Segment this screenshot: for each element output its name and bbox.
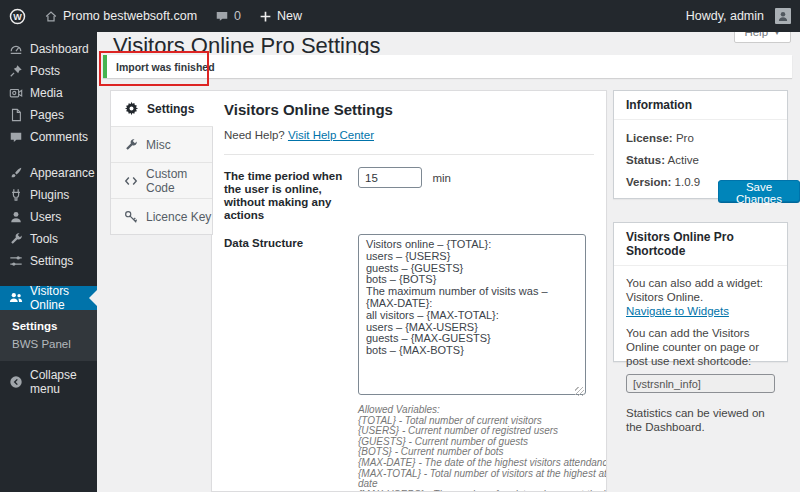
tab-misc[interactable]: Misc	[111, 127, 212, 163]
license-row: License: Pro	[626, 132, 775, 144]
wordpress-logo-icon: W	[9, 8, 26, 25]
resize-grip[interactable]	[575, 387, 584, 396]
tab-label: Custom Code	[146, 167, 212, 195]
shortcode-box-title: Visitors Online Pro Shortcode	[614, 223, 787, 266]
sidebar-item-tools[interactable]: Tools	[0, 228, 97, 250]
license-value: Pro	[676, 132, 694, 144]
data-structure-textarea[interactable]: Visitors online – {TOTAL}: users – {USER…	[358, 234, 586, 395]
tab-label: Licence Key	[146, 210, 211, 224]
license-label: License:	[626, 132, 673, 144]
user-icon	[9, 210, 23, 224]
settings-heading: Visitors Online Settings	[224, 101, 594, 118]
need-help-text: Need Help?	[224, 129, 285, 141]
sidebar-item-plugins[interactable]: Plugins	[0, 184, 97, 206]
collapse-icon	[9, 375, 23, 389]
site-name: Promo bestwebsoft.com	[63, 9, 197, 23]
new-label: New	[277, 9, 302, 23]
time-period-label: The time period when the user is online,…	[224, 167, 355, 222]
groups-icon	[9, 291, 23, 305]
visitors-online-submenu: Settings BWS Panel	[0, 310, 97, 361]
sidebar-item-label: Appearance	[30, 166, 95, 180]
submenu-item-bws-panel[interactable]: BWS Panel	[0, 335, 97, 353]
tab-custom-code[interactable]: Custom Code	[111, 163, 212, 199]
time-period-unit: min	[432, 172, 451, 184]
data-structure-row: Data Structure Visitors online – {TOTAL}…	[224, 234, 594, 492]
sidebar-item-label: Media	[30, 86, 63, 100]
information-box-title: Information	[614, 91, 787, 120]
plus-icon	[259, 10, 272, 23]
data-structure-label: Data Structure	[224, 234, 355, 492]
sidebar-item-label: Dashboard	[30, 42, 89, 56]
shortcode-box: Visitors Online Pro Shortcode You can al…	[613, 222, 788, 362]
menu-separator	[0, 148, 97, 162]
sidebar-item-label: Plugins	[30, 188, 69, 202]
svg-text:W: W	[13, 11, 22, 21]
sidebar-item-settings[interactable]: Settings	[0, 250, 97, 272]
status-label: Status:	[626, 154, 665, 166]
data-structure-field: Visitors online – {TOTAL}: users – {USER…	[358, 234, 607, 492]
submenu-item-settings[interactable]: Settings	[0, 317, 97, 335]
page-icon	[9, 108, 23, 122]
tab-settings[interactable]: Settings	[111, 91, 213, 127]
admin-sidebar: Dashboard Posts Media Pages Comments App…	[0, 32, 97, 492]
widget-text-span: You can also add a widget: Visitors Onli…	[626, 277, 763, 303]
settings-tabs: Settings Misc Custom Code Licence Key	[110, 90, 213, 235]
new-content-link[interactable]: New	[250, 0, 311, 32]
shortcode-input[interactable]	[626, 374, 775, 393]
status-value: Active	[668, 154, 699, 166]
sidebar-item-appearance[interactable]: Appearance	[0, 162, 97, 184]
collapse-menu-button[interactable]: Collapse menu	[0, 371, 97, 393]
wordpress-logo-menu[interactable]: W	[0, 0, 35, 32]
code-icon	[124, 174, 138, 188]
sidebar-item-label: Pages	[30, 108, 64, 122]
allowed-variables-text: Allowed Variables: {TOTAL} - Total numbe…	[358, 405, 607, 492]
gear-icon	[124, 101, 139, 116]
sidebar-item-posts[interactable]: Posts	[0, 60, 97, 82]
counter-text: You can add the Visitors Online counter …	[626, 326, 775, 368]
account-menu[interactable]: Howdy, admin	[677, 0, 800, 32]
navigate-to-widgets-link[interactable]: Navigate to Widgets	[626, 305, 729, 317]
comments-count: 0	[234, 9, 241, 23]
tab-licence-key[interactable]: Licence Key	[111, 199, 212, 234]
camera-icon	[9, 86, 23, 100]
wordpress-admin-screen: W Promo bestwebsoft.com 0 New	[0, 0, 800, 492]
sidebar-item-visitors-online[interactable]: Visitors Online	[0, 286, 97, 310]
admin-bar-left: W Promo bestwebsoft.com 0 New	[0, 0, 311, 32]
version-label: Version:	[626, 176, 671, 188]
sidebar-item-label: Visitors Online	[30, 284, 97, 312]
wrench-icon	[9, 232, 23, 246]
notice-text: Import was finished	[107, 61, 215, 73]
site-link[interactable]: Promo bestwebsoft.com	[35, 0, 206, 32]
widget-text: You can also add a widget: Visitors Onli…	[626, 276, 775, 318]
howdy-text: Howdy, admin	[686, 9, 764, 23]
sidebar-item-label: Users	[30, 210, 61, 224]
sidebar-item-dashboard[interactable]: Dashboard	[0, 38, 97, 60]
settings-panel: Visitors Online Settings Need Help? Visi…	[211, 90, 607, 492]
sidebar-item-label: Posts	[30, 64, 60, 78]
tab-label: Settings	[147, 102, 194, 116]
dashboard-icon	[9, 42, 23, 56]
visit-help-center-link[interactable]: Visit Help Center	[288, 129, 374, 141]
admin-bar: W Promo bestwebsoft.com 0 New	[0, 0, 800, 32]
stats-text: Statistics can be viewed on the Dashboar…	[626, 406, 775, 434]
time-period-row: The time period when the user is online,…	[224, 167, 594, 222]
time-period-field: min	[358, 167, 451, 222]
admin-comments-link[interactable]: 0	[206, 0, 250, 32]
comment-bubble-icon	[215, 9, 229, 23]
collapse-menu-label: Collapse menu	[30, 368, 97, 396]
textarea-wrapper: Visitors online – {TOTAL}: users – {USER…	[358, 234, 586, 399]
comment-icon	[9, 130, 23, 144]
sidebar-item-comments[interactable]: Comments	[0, 126, 97, 148]
save-changes-button[interactable]: Save Changes	[718, 180, 800, 202]
divider	[224, 154, 594, 155]
sidebar-item-users[interactable]: Users	[0, 206, 97, 228]
plug-icon	[9, 188, 23, 202]
wrench-icon	[124, 138, 138, 152]
sidebar-item-pages[interactable]: Pages	[0, 104, 97, 126]
shortcode-box-body: You can also add a widget: Visitors Onli…	[614, 266, 787, 444]
sliders-icon	[9, 254, 23, 268]
time-period-input[interactable]	[358, 167, 422, 188]
sidebar-item-media[interactable]: Media	[0, 82, 97, 104]
home-icon	[44, 9, 58, 23]
brush-icon	[9, 166, 23, 180]
